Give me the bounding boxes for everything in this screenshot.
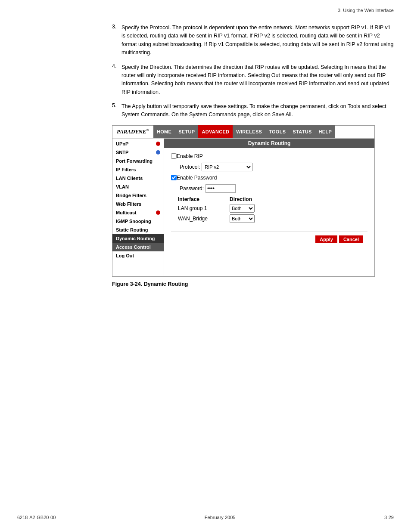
apply-button[interactable]: Apply: [315, 235, 337, 243]
footer-right: 3-29: [384, 515, 394, 520]
multicast-icon: [156, 210, 160, 215]
item-num-5: 5.: [112, 102, 121, 119]
list-item-5: 5. The Apply button will temporarily sav…: [112, 102, 394, 119]
list-item-3: 3. Specify the Protocol. The protocol is…: [112, 24, 394, 57]
nav-help[interactable]: HELP: [315, 125, 336, 138]
enable-password-label: Enable Password: [177, 175, 217, 181]
password-input[interactable]: [206, 184, 236, 193]
footer-left: 6218-A2-GB20-00: [17, 515, 56, 520]
protocol-label: Protocol:: [180, 164, 200, 170]
protocol-row: Protocol: RIP v1 RIP v2 RIP v1 Compatibl…: [180, 163, 367, 171]
nav-status[interactable]: STATUS: [289, 125, 315, 138]
router-ui-screenshot: PARADYNE® HOME SETUP ADVANCED WIRELESS T…: [112, 125, 375, 277]
sidebar: UPnP SNTP Port Forwarding IP Filters LAN…: [112, 139, 164, 276]
item-text-5: The Apply button will temporarily save t…: [121, 102, 394, 119]
ui-body: UPnP SNTP Port Forwarding IP Filters LAN…: [112, 139, 374, 276]
table-row: LAN group 1 Both In Out: [178, 204, 367, 213]
nav-bar: PARADYNE® HOME SETUP ADVANCED WIRELESS T…: [112, 126, 374, 139]
enable-rip-row: Enable RIP: [171, 153, 367, 159]
table-row: WAN_Bridge Both In Out: [178, 214, 367, 223]
row1-direction-select[interactable]: Both In Out: [230, 204, 255, 213]
sidebar-item-upnp[interactable]: UPnP: [112, 139, 164, 148]
password-label: Password:: [180, 186, 204, 192]
password-row: Password:: [180, 184, 367, 193]
sidebar-item-igmp-snooping[interactable]: IGMP Snooping: [112, 217, 164, 226]
header-divider: [17, 14, 394, 14]
enable-rip-checkbox[interactable]: [171, 153, 177, 159]
enable-rip-label: Enable RIP: [177, 153, 203, 159]
enable-password-checkbox[interactable]: [171, 175, 177, 180]
chapter-title: 3. Using the Web Interface: [338, 8, 394, 13]
sidebar-item-vlan[interactable]: VLAN: [112, 182, 164, 191]
rip-table: Interface Direction LAN group 1 Both In …: [178, 196, 367, 223]
item-text-4: Specify the Direction. This determines t…: [121, 63, 394, 97]
footer-center: February 2005: [205, 515, 236, 520]
sntp-icon: [156, 150, 160, 155]
upnp-icon: [156, 142, 160, 146]
list-item-4: 4. Specify the Direction. This determine…: [112, 63, 394, 97]
col-header-direction: Direction: [230, 196, 264, 202]
item-num-4: 4.: [112, 63, 121, 97]
cancel-button[interactable]: Cancel: [339, 235, 363, 243]
enable-password-row: Enable Password: [171, 175, 367, 181]
main-panel: Dynamic Routing Enable RIP Protocol: RIP…: [164, 139, 374, 276]
nav-setup[interactable]: SETUP: [175, 125, 198, 138]
row1-interface: LAN group 1: [178, 205, 230, 211]
nav-logo: PARADYNE®: [112, 128, 153, 135]
sidebar-item-port-forwarding[interactable]: Port Forwarding: [112, 157, 164, 165]
sidebar-item-log-out[interactable]: Log Out: [112, 251, 164, 260]
sidebar-item-dynamic-routing[interactable]: Dynamic Routing: [112, 234, 164, 243]
nav-advanced[interactable]: ADVANCED: [198, 125, 233, 138]
sidebar-item-lan-clients[interactable]: LAN Clients: [112, 174, 164, 182]
sidebar-item-multicast[interactable]: Multicast: [112, 208, 164, 217]
row2-direction-select[interactable]: Both In Out: [230, 214, 255, 223]
item-text-3: Specify the Protocol. The protocol is de…: [121, 24, 394, 57]
row2-direction: Both In Out: [230, 214, 264, 223]
figure-caption: Figure 3-24. Dynamic Routing: [112, 281, 394, 287]
main-panel-content: Enable RIP Protocol: RIP v1 RIP v2 RIP v…: [164, 148, 374, 252]
sidebar-item-static-routing[interactable]: Static Routing: [112, 226, 164, 234]
nav-wireless[interactable]: WIRELESS: [233, 125, 265, 138]
sidebar-item-bridge-filters[interactable]: Bridge Filters: [112, 191, 164, 200]
action-bar: Apply Cancel: [171, 232, 367, 247]
rip-table-header: Interface Direction: [178, 196, 367, 202]
page-header: 3. Using the Web Interface: [338, 8, 394, 13]
sidebar-item-web-filters[interactable]: Web Filters: [112, 200, 164, 208]
protocol-select[interactable]: RIP v1 RIP v2 RIP v1 Compatible: [202, 163, 252, 171]
main-panel-title: Dynamic Routing: [164, 139, 374, 148]
sidebar-item-ip-filters[interactable]: IP Filters: [112, 165, 164, 174]
main-content: 3. Specify the Protocol. The protocol is…: [112, 24, 394, 287]
nav-home[interactable]: HOME: [153, 125, 175, 138]
sidebar-item-access-control[interactable]: Access Control: [112, 243, 164, 251]
sidebar-item-sntp[interactable]: SNTP: [112, 148, 164, 157]
row1-direction: Both In Out: [230, 204, 264, 213]
row2-interface: WAN_Bridge: [178, 216, 230, 222]
item-num-3: 3.: [112, 24, 121, 57]
col-header-interface: Interface: [178, 196, 230, 202]
nav-tools[interactable]: TOOLS: [265, 125, 289, 138]
page-footer: 6218-A2-GB20-00 February 2005 3-29: [17, 512, 394, 520]
